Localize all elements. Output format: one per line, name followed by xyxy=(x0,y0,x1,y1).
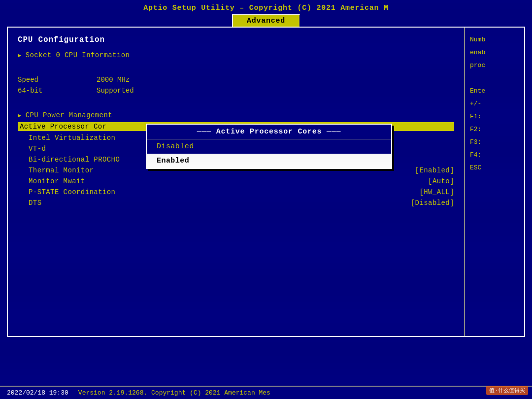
speed-value: 2000 MHz xyxy=(97,76,130,84)
left-panel: CPU Configuration Socket 0 CPU Informati… xyxy=(8,28,465,336)
menu-label-pstate: P-STATE Coordination xyxy=(29,188,419,196)
info-speed: Speed 2000 MHz xyxy=(18,76,454,84)
64bit-value: Supported xyxy=(97,87,134,95)
64bit-label: 64-bit xyxy=(18,87,97,95)
version-info: Version 2.19.1268. Copyright (C) 2021 Am… xyxy=(78,389,525,397)
menu-item-socket-info[interactable]: Socket 0 CPU Information xyxy=(18,51,454,59)
key-hint-esc: ESC xyxy=(470,162,519,174)
pstate-value: [HW_ALL] xyxy=(419,188,454,196)
right-panel: Numb enab proc Ente +/- F1: F2: F3: F4: … xyxy=(465,28,524,336)
thermal-value: [Enabled] xyxy=(415,166,454,174)
info-64bit: 64-bit Supported xyxy=(18,87,454,95)
key-hint-plusminus: +/- xyxy=(470,98,519,110)
popup-title: Active Processor Cores xyxy=(147,125,391,139)
datetime: 2022/02/18 19:30 xyxy=(7,389,68,397)
key-hint-f2: F2: xyxy=(470,123,519,136)
menu-label-power: CPU Power Management xyxy=(26,111,454,119)
mwait-value: [Auto] xyxy=(428,177,454,185)
menu-item-power-mgmt[interactable]: CPU Power Management xyxy=(18,111,454,119)
section-title: CPU Configuration xyxy=(18,35,454,44)
menu-label-dts: DTS xyxy=(29,199,411,207)
title-bar: Aptio Setup Utility – Copyright (C) 2021… xyxy=(0,0,532,14)
tab-bar: Advanced xyxy=(0,14,532,27)
popup-active-cores: Active Processor Cores Disabled Enabled xyxy=(146,124,392,169)
spacer-1 xyxy=(18,63,454,72)
bios-screen: Aptio Setup Utility – Copyright (C) 2021… xyxy=(0,0,532,399)
speed-label: Speed xyxy=(18,76,97,84)
key-hint-proc: proc xyxy=(470,59,519,72)
key-hint-enab: enab xyxy=(470,46,519,59)
key-spacer xyxy=(470,72,519,85)
popup-option-disabled[interactable]: Disabled xyxy=(147,139,391,154)
key-hint-f4: F4: xyxy=(470,149,519,162)
popup-option-enabled[interactable]: Enabled xyxy=(147,154,391,168)
title-text: Aptio Setup Utility – Copyright (C) 2021… xyxy=(143,4,388,12)
menu-label-socket: Socket 0 CPU Information xyxy=(26,51,454,59)
key-hint-enter: Ente xyxy=(470,85,519,98)
key-hint-f3: F3: xyxy=(470,136,519,149)
spacer-2 xyxy=(18,99,454,107)
menu-item-dts[interactable]: DTS [Disabled] xyxy=(18,199,454,207)
right-keys: Numb enab proc Ente +/- F1: F2: F3: F4: … xyxy=(470,33,519,174)
watermark: 值·什么值得买 xyxy=(486,386,528,395)
dts-value: [Disabled] xyxy=(411,199,454,207)
menu-item-pstate[interactable]: P-STATE Coordination [HW_ALL] xyxy=(18,188,454,196)
menu-label-mwait: Monitor Mwait xyxy=(29,177,428,185)
tab-advanced[interactable]: Advanced xyxy=(232,14,300,27)
bottom-bar: 2022/02/18 19:30 Version 2.19.1268. Copy… xyxy=(0,386,532,399)
menu-item-mwait[interactable]: Monitor Mwait [Auto] xyxy=(18,177,454,185)
main-area: CPU Configuration Socket 0 CPU Informati… xyxy=(7,27,525,337)
key-hint-numb: Numb xyxy=(470,33,519,46)
key-hint-f1: F1: xyxy=(470,110,519,123)
